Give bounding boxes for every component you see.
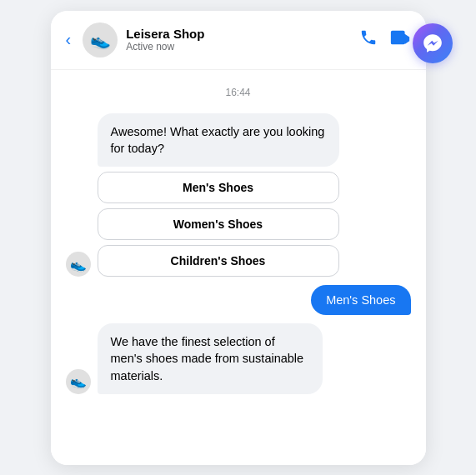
quick-reply-womens-shoes[interactable]: Women's Shoes: [98, 208, 339, 240]
bot-message-group: 👟 Awesome! What exactly are you looking …: [66, 113, 411, 278]
chat-window: ‹ 👟 Leisera Shop Active now: [51, 11, 426, 465]
bot-bubble-container: Awesome! What exactly are you looking fo…: [98, 113, 339, 278]
messenger-fab[interactable]: [413, 23, 453, 63]
video-icon[interactable]: [389, 28, 411, 52]
active-status: Active now: [126, 41, 350, 52]
bot-response-group: 👟 We have the finest selection of men's …: [66, 323, 411, 394]
chat-header: ‹ 👟 Leisera Shop Active now: [51, 11, 426, 70]
bot-avatar-2: 👟: [66, 369, 91, 394]
header-actions: [359, 28, 411, 52]
message-timestamp: 16:44: [66, 87, 411, 98]
quick-reply-mens-shoes[interactable]: Men's Shoes: [98, 172, 339, 203]
quick-reply-childrens-shoes[interactable]: Children's Shoes: [98, 245, 339, 277]
shop-avatar: 👟: [83, 22, 118, 58]
back-button[interactable]: ‹: [66, 30, 72, 49]
quick-replies: Men's Shoes Women's Shoes Children's Sho…: [98, 172, 339, 277]
user-message-row: Men's Shoes: [66, 285, 411, 315]
bot-response-bubble: We have the finest selection of men's sh…: [98, 323, 323, 394]
shop-name: Leisera Shop: [126, 27, 350, 41]
header-info: Leisera Shop Active now: [126, 27, 350, 52]
messages-area: 16:44 👟 Awesome! What exactly are you lo…: [51, 70, 426, 465]
user-bubble: Men's Shoes: [311, 285, 410, 315]
bot-avatar: 👟: [66, 252, 91, 277]
phone-icon[interactable]: [359, 28, 378, 52]
bot-question-bubble: Awesome! What exactly are you looking fo…: [98, 113, 339, 168]
